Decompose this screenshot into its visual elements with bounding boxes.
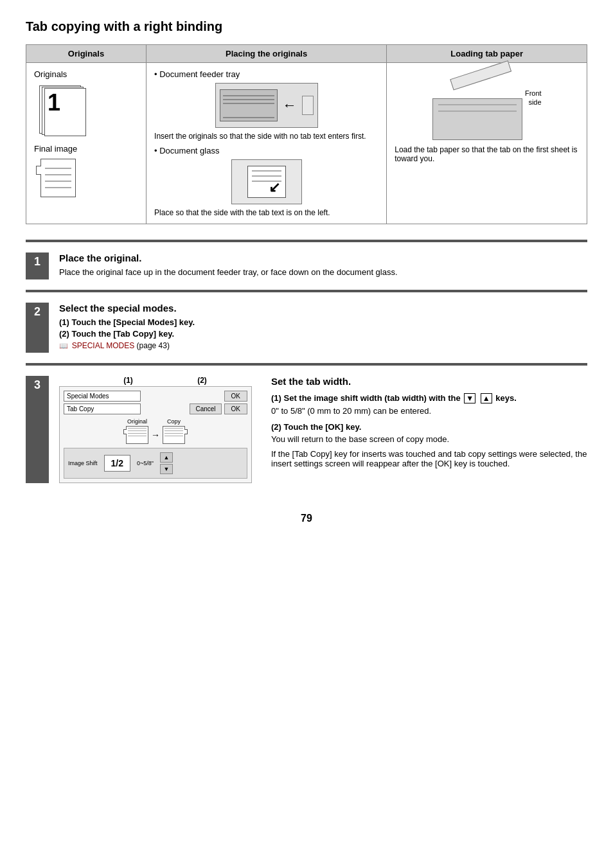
front-side-label: Frontside (525, 89, 542, 107)
screen-box: Special Modes OK Tab Copy Cancel OK (59, 386, 252, 483)
ok-button-top[interactable]: OK (224, 391, 247, 402)
step-1-body: Place the original face up in the docume… (59, 267, 587, 277)
feeder-body (220, 89, 278, 121)
callout-1-label: (1) (123, 376, 133, 385)
copy-mini: Copy (163, 418, 185, 445)
ok-button-bottom[interactable]: OK (224, 403, 247, 414)
step-3-ui-mockup: (1) (2) Special Modes OK Tab Copy (59, 376, 258, 483)
shift-arrows: ▲ ▼ (160, 452, 173, 474)
callout-2-label: (2) (197, 376, 207, 385)
step-1-content: Place the original. Place the original f… (59, 252, 587, 279)
step-3-wrapper: 3 (1) (2) Special Modes (26, 363, 587, 493)
final-image-diagram (40, 159, 76, 197)
step-2-content: Select the special modes. (1) Touch the … (59, 303, 587, 353)
loading-instruction: Load the tab paper so that the tab on th… (395, 145, 579, 163)
originals-label: Originals (34, 69, 67, 79)
shift-range: 0~5/8" (137, 460, 154, 466)
arrow-icon: → (151, 430, 160, 440)
loading-diagram: Frontside (432, 69, 542, 140)
feeder-diagram: ← (215, 83, 318, 128)
copy-mini-label: Copy (167, 418, 181, 425)
shift-up-button[interactable]: ▲ (160, 452, 173, 463)
table-header-originals: Originals (26, 45, 147, 63)
glass-arrow-icon: ↙ (269, 179, 280, 196)
step-3-instructions: Set the tab width. (1) Set the image shi… (271, 376, 587, 483)
shift-down-button[interactable]: ▼ (160, 464, 173, 474)
step-2-number: 2 (26, 303, 49, 353)
feeder-arrow-icon: ← (283, 97, 297, 114)
screen-row-1: Special Modes OK (64, 391, 247, 402)
page-number: 79 (26, 513, 587, 524)
step-1-number: 1 (26, 252, 49, 279)
special-modes-field: Special Modes (64, 391, 141, 402)
printer-body (432, 98, 522, 140)
original-mini: Original (126, 418, 148, 445)
table-cell-placing: • Document feeder tray ← Insert the orig… (147, 63, 387, 224)
tab-protrusion-left (36, 166, 41, 175)
step-3-sub1: (1) Set the image shift width (tab width… (271, 393, 587, 403)
step-2-wrapper: 2 Select the special modes. (1) Touch th… (26, 290, 587, 363)
up-key: ▲ (481, 393, 492, 403)
glass-bullet: • Document glass (154, 146, 378, 155)
step-2-sub1: (1) Touch the [Special Modes] key. (59, 317, 587, 327)
step-2-heading: Select the special modes. (59, 303, 587, 314)
feeder-slot (302, 96, 314, 115)
table-header-placing: Placing the originals (147, 45, 387, 63)
step-3-sub2-body2: If the [Tab Copy] key for inserts was to… (271, 449, 587, 468)
feeder-instruction: Insert the originals so that the side wi… (154, 132, 378, 141)
tab-copy-field: Tab Copy (64, 403, 141, 414)
page-title: Tab copying with a right binding (26, 19, 587, 34)
step-1-wrapper: 1 Place the original. Place the original… (26, 240, 587, 290)
step-3-inner: (1) (2) Special Modes OK Tab Copy (59, 376, 587, 483)
page-sheet-front: 1 (44, 88, 86, 136)
table-cell-loading: Frontside Load the tab paper so that the… (387, 63, 587, 224)
originals-table: Originals Placing the originals Loading … (26, 44, 587, 224)
step-3-number: 3 (26, 376, 49, 483)
original-mini-label: Original (127, 418, 147, 425)
table-header-loading: Loading tab paper (387, 45, 587, 63)
table-cell-originals: Originals 1 Final image (26, 63, 147, 224)
step-1-heading: Place the original. (59, 252, 587, 263)
final-image-label: Final image (34, 144, 77, 154)
feeder-bullet: • Document feeder tray (154, 69, 378, 79)
shift-value: 1/2 (104, 455, 130, 472)
step-2-section: 2 Select the special modes. (1) Touch th… (26, 291, 587, 363)
image-shift-label: Image Shift (68, 460, 98, 466)
link-suffix: (page 43) (134, 341, 170, 350)
step-2-sub2: (2) Touch the [Tab Copy] key. (59, 329, 587, 339)
step-3-heading: Set the tab width. (271, 376, 587, 387)
originals-diagram: 1 (39, 85, 91, 140)
glass-instruction: Place so that the side with the tab text… (154, 208, 378, 217)
step-1-section: 1 Place the original. Place the original… (26, 241, 587, 290)
screen-row-2: Tab Copy Cancel OK (64, 403, 247, 414)
cancel-button[interactable]: Cancel (190, 403, 221, 414)
step-3-sub2: (2) Touch the [OK] key. (271, 422, 587, 432)
special-modes-link[interactable]: SPECIAL MODES (72, 341, 135, 350)
callout-labels: (1) (2) (59, 376, 258, 385)
step-3-section: 3 (1) (2) Special Modes (26, 364, 587, 493)
step-3-sub2-body1: You will return to the base screen of co… (271, 434, 587, 444)
paper-tray (450, 60, 511, 90)
page-number-label: 1 (48, 91, 60, 114)
glass-diagram: ↙ (231, 159, 302, 204)
step-3-content: (1) (2) Special Modes OK Tab Copy (59, 376, 587, 483)
down-key: ▼ (464, 393, 475, 403)
copy-diagram-row: Original → (64, 418, 247, 445)
step-3-sub1-range: 0" to 5/8" (0 mm to 20 mm) can be entere… (271, 406, 587, 416)
book-icon: 📖 (59, 342, 68, 350)
glass-page: ↙ (247, 166, 286, 198)
image-shift-box: Image Shift 1/2 0~5/8" ▲ ▼ (64, 448, 247, 479)
